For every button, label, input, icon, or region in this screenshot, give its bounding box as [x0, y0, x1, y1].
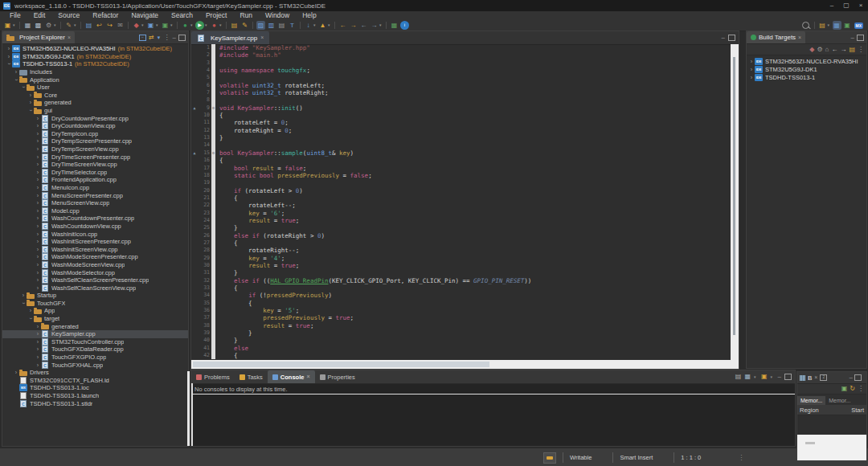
tree-item[interactable]: ›CDryTimeSelector.cpp — [2, 169, 188, 177]
expander-icon[interactable]: › — [35, 116, 41, 121]
tree-item[interactable]: ›CDryCountdownPresenter.cpp — [2, 114, 188, 122]
maximize-editor-icon[interactable] — [728, 35, 735, 41]
screenshot-icon[interactable]: ▦ — [390, 21, 399, 30]
expander-icon[interactable]: › — [35, 354, 41, 360]
expander-icon[interactable]: › — [21, 300, 27, 306]
clean-icon[interactable]: ◆ — [809, 46, 814, 54]
expander-icon[interactable]: › — [35, 154, 41, 160]
tree-item[interactable]: ›CFrontendApplication.cpp — [2, 176, 188, 184]
minimize-console-icon[interactable]: – — [778, 373, 781, 381]
new-class-icon[interactable]: ▣ — [146, 21, 155, 30]
highlight-icon[interactable]: ▨ — [256, 21, 265, 30]
tree-item[interactable]: ›CWashModeScreenPresenter.cpp — [2, 253, 188, 261]
maximize-analyzer-icon[interactable] — [854, 374, 862, 381]
new-wizard-icon[interactable]: ▣ — [3, 21, 12, 30]
open-perspective-icon[interactable]: ▤ — [818, 21, 827, 30]
link-with-editor-icon[interactable]: ⇄ — [149, 34, 154, 42]
vertical-scrollbar[interactable] — [731, 44, 739, 360]
tree-item[interactable]: ›Includes — [2, 68, 188, 76]
expander-icon[interactable]: › — [35, 193, 41, 198]
tree-item[interactable]: ›IDESTM32U5G9J-DK1(in STM32CubeIDE) — [2, 53, 188, 61]
expander-icon[interactable]: › — [35, 223, 41, 229]
close-icon[interactable]: × — [854, 0, 868, 11]
tab-project-explorer[interactable]: Project Explorer × — [2, 31, 75, 43]
minimize-view-icon[interactable]: – — [173, 34, 176, 42]
maximize-icon[interactable]: ▢ — [839, 0, 854, 11]
menu-search[interactable]: Search — [165, 11, 199, 20]
save-icon[interactable]: ▦ — [23, 21, 32, 30]
mark-occurrences-icon[interactable]: ✎ — [240, 21, 249, 30]
tree-item[interactable]: ›CKeySampler.cpp — [2, 330, 188, 338]
open-type-icon[interactable]: ▤ — [277, 21, 286, 30]
target-icon[interactable]: ◆ — [132, 21, 141, 30]
tree-item[interactable]: ›CMenuScreenPresenter.cpp — [2, 191, 188, 199]
tree-item[interactable]: TSDHD-TSS013-1.launch — [2, 392, 188, 400]
expander-icon[interactable]: › — [21, 84, 27, 91]
menu-source[interactable]: Source — [51, 11, 86, 20]
tree-item[interactable]: ›CWashCountdownPresenter.cpp — [2, 215, 188, 223]
expander-icon[interactable]: › — [35, 161, 41, 167]
expander-icon[interactable]: › — [28, 108, 34, 114]
build-icon[interactable]: ✎ — [64, 21, 73, 30]
build-target-item[interactable]: ›IDESTM32H563ZI-NUCLEO-RVA35HI — [747, 57, 866, 65]
expander-icon[interactable]: › — [35, 231, 41, 237]
tree-item[interactable]: ›gui — [2, 107, 188, 115]
column-start[interactable]: Start — [851, 407, 866, 414]
maximize-bt-icon[interactable] — [857, 35, 864, 41]
code-area[interactable]: 1#include "KeySampler.hpp"2#include "mai… — [191, 44, 731, 360]
tree-item[interactable]: ›CWashCountdownView.cpp — [2, 223, 188, 231]
settings-dropdown[interactable]: ▾ — [54, 21, 58, 30]
analyzer-menu-icon[interactable]: ⋮ — [858, 385, 864, 393]
back-icon[interactable]: ← — [831, 46, 837, 54]
expander-icon[interactable]: › — [35, 138, 41, 144]
cpp-perspective-icon[interactable]: ▦ — [833, 21, 841, 30]
tab-problems[interactable]: Problems — [191, 370, 235, 383]
close-build-targets-icon[interactable]: × — [798, 35, 801, 41]
settings-icon[interactable]: ⚙ — [44, 21, 53, 30]
menu-run[interactable]: Run — [233, 11, 259, 20]
tree-item[interactable]: MXTSDHD-TSS013-1.ioc — [2, 384, 188, 392]
close-analyzer-icon[interactable]: × — [814, 374, 817, 381]
device-config-icon[interactable]: ▣ — [843, 21, 852, 30]
horizontal-scrollbar-thumb[interactable] — [193, 362, 489, 367]
expander-icon[interactable]: › — [35, 262, 41, 268]
tree-item[interactable]: ›TouchGFX — [2, 300, 188, 308]
close-console-tab-icon[interactable]: × — [306, 374, 309, 380]
menu-file[interactable]: File — [3, 11, 27, 20]
tree-item[interactable]: ›IDETSDHD-TSS013-1(in STM32CubeIDE) — [2, 60, 188, 68]
horizontal-scrollbar[interactable] — [191, 360, 731, 369]
expander-icon[interactable]: › — [35, 362, 41, 368]
menu-project[interactable]: Project — [199, 11, 233, 20]
tree-item[interactable]: ›CDryTempIcon.cpp — [2, 130, 188, 138]
build-dropdown[interactable]: ▾ — [74, 21, 78, 30]
edit-target-icon[interactable]: ▤ — [849, 46, 855, 54]
expander-icon[interactable]: › — [6, 54, 12, 59]
tab-memory-regions[interactable]: Memor... — [797, 396, 825, 405]
filter-icon[interactable]: ▼ — [157, 34, 162, 42]
debug-icon[interactable]: ● — [181, 21, 190, 30]
expander-icon[interactable]: › — [35, 270, 41, 276]
tree-item[interactable]: ›CDryTimeScreenPresenter.cpp — [2, 153, 188, 161]
tree-item[interactable]: ›Application — [2, 76, 188, 84]
user-dropdown[interactable]: ▾ — [328, 21, 332, 30]
tree-item[interactable]: ›CWashSelfCleanScreenView.cpp — [2, 284, 188, 292]
menu-navigate[interactable]: Navigate — [125, 11, 165, 20]
tree-item[interactable]: ›target — [2, 315, 188, 323]
cubemx-perspective-icon[interactable]: MX — [854, 22, 864, 29]
mail-icon[interactable]: ✉ — [116, 21, 125, 30]
expander-icon[interactable]: › — [35, 331, 41, 337]
tree-item[interactable]: ›CWashInitScreenPresenter.cpp — [2, 238, 188, 246]
user-icon[interactable]: ▲ — [318, 21, 327, 30]
tree-item[interactable]: ›CModel.cpp — [2, 206, 188, 215]
status-menu-icon[interactable]: ⋮ — [738, 454, 744, 461]
import-dropdown[interactable]: ▾ — [313, 21, 317, 30]
expander-icon[interactable]: › — [35, 346, 41, 352]
expander-icon[interactable]: › — [35, 254, 41, 260]
view-menu-icon[interactable]: ⋮ — [164, 34, 170, 42]
expander-icon[interactable]: › — [748, 67, 755, 72]
expander-icon[interactable]: › — [20, 292, 27, 298]
new-source-icon[interactable]: ▤ — [84, 21, 93, 30]
tree-item[interactable]: ›CTouchGFXDataReader.cpp — [2, 345, 188, 354]
next-annotation-icon[interactable]: → — [349, 21, 358, 30]
expander-icon[interactable]: › — [27, 308, 34, 313]
